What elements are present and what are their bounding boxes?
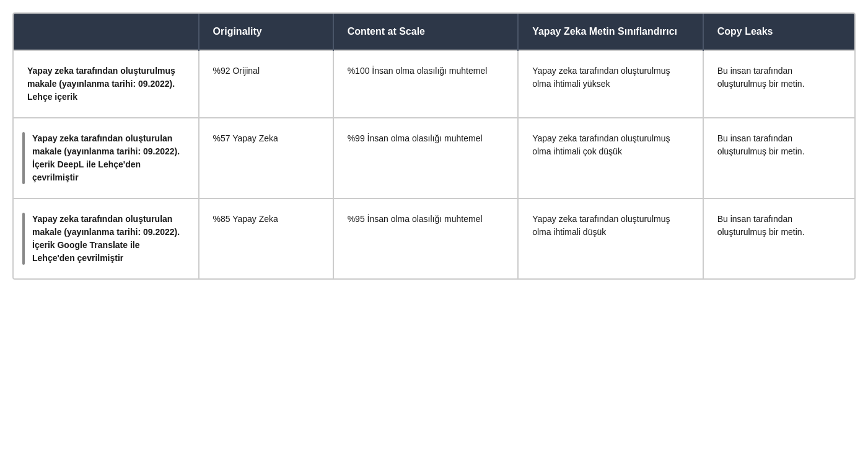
table-row: Yapay zeka tarafından oluşturulmuş makal… [14, 50, 854, 118]
comparison-table: Originality Content at Scale Yapay Zeka … [12, 12, 856, 280]
row-3-yapay-zeka: Yapay zeka tarafından oluşturulmuş olma … [518, 198, 703, 278]
row-bar-indicator [22, 132, 25, 184]
table-row: Yapay zeka tarafından oluşturulan makale… [14, 118, 854, 198]
row-1-copy-leaks: Bu insan tarafından oluşturulmuş bir met… [703, 50, 854, 118]
row-1-title-cell: Yapay zeka tarafından oluşturulmuş makal… [14, 50, 199, 118]
row-2-title: Yapay zeka tarafından oluşturulan makale… [32, 133, 180, 182]
header-originality: Originality [199, 14, 333, 50]
row-bar-indicator [22, 213, 25, 265]
row-2-originality: %57 Yapay Zeka [199, 118, 333, 198]
table-header-row: Originality Content at Scale Yapay Zeka … [14, 14, 854, 50]
header-empty [14, 14, 199, 50]
row-2-copy-leaks: Bu insan tarafından oluşturulmuş bir met… [703, 118, 854, 198]
header-copy-leaks: Copy Leaks [703, 14, 854, 50]
header-content-at-scale: Content at Scale [333, 14, 519, 50]
row-2-title-cell: Yapay zeka tarafından oluşturulan makale… [14, 118, 199, 198]
row-1-title: Yapay zeka tarafından oluşturulmuş makal… [27, 66, 175, 102]
table-row: Yapay zeka tarafından oluşturulan makale… [14, 198, 854, 278]
row-3-copy-leaks: Bu insan tarafından oluşturulmuş bir met… [703, 198, 854, 278]
row-1-yapay-zeka: Yapay zeka tarafından oluşturulmuş olma … [518, 50, 703, 118]
row-3-title: Yapay zeka tarafından oluşturulan makale… [32, 214, 180, 263]
row-2-content-at-scale: %99 İnsan olma olasılığı muhtemel [333, 118, 519, 198]
row-2-yapay-zeka: Yapay zeka tarafından oluşturulmuş olma … [518, 118, 703, 198]
header-yapay-zeka: Yapay Zeka Metin Sınıflandırıcı [518, 14, 703, 50]
row-3-originality: %85 Yapay Zeka [199, 198, 333, 278]
row-1-originality: %92 Orijinal [199, 50, 333, 118]
row-3-content-at-scale: %95 İnsan olma olasılığı muhtemel [333, 198, 519, 278]
row-1-content-at-scale: %100 İnsan olma olasılığı muhtemel [333, 50, 519, 118]
row-3-title-cell: Yapay zeka tarafından oluşturulan makale… [14, 198, 199, 278]
